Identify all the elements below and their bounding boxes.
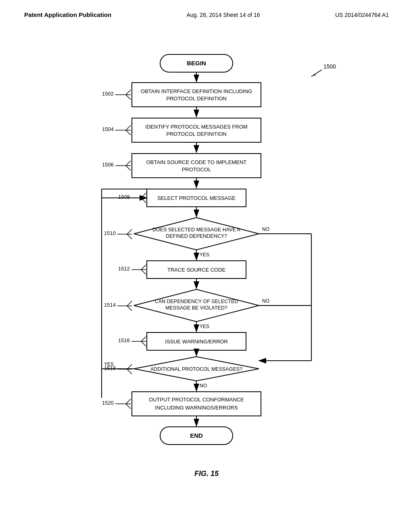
step-1506: 1506 <box>102 162 114 168</box>
node-1520 <box>132 392 261 416</box>
diagram-container: 1500 ↙ BEGIN OBTAIN INTERFACE DEFINITION… <box>0 22 413 490</box>
step-1514: 1514 <box>104 302 116 308</box>
step-1516: 1516 <box>118 337 130 343</box>
node-1504-line2: PROTOCOL DEFINITION <box>166 131 227 137</box>
node-1506-line1: OBTAIN SOURCE CODE TO IMPLEMENT <box>146 159 247 165</box>
node-1510-line2: DEFINED DEPENDENCY? <box>166 233 227 239</box>
page-header: Patent Application Publication Aug. 28, … <box>0 0 413 22</box>
node-1504-line1: IDENTIFY PROTOCOL MESSAGES FROM <box>145 124 247 130</box>
node-1520-line1: OUTPUT PROTOCOL CONFORMANCE <box>149 397 244 403</box>
step-1512: 1512 <box>118 266 130 272</box>
node-1506 <box>132 154 261 178</box>
yes-label-1510: YES <box>200 252 209 258</box>
ref-1500-label: 1500 <box>323 63 336 70</box>
step-1508: 1508 <box>118 194 130 200</box>
node-1502-line2: PROTOCOL DEFINITION <box>166 96 227 102</box>
node-1502 <box>132 83 261 107</box>
node-1514-line1: CAN DEPENDENCY OF SELECTED <box>155 299 238 304</box>
step-1504: 1504 <box>102 126 114 132</box>
node-1508-text: SELECT PROTOCOL MESSAGE <box>157 195 236 201</box>
no-label-1514: NO <box>262 298 269 304</box>
end-label: END <box>190 432 203 439</box>
step-1510: 1510 <box>104 230 116 236</box>
header-date-sheet: Aug. 28, 2014 Sheet 14 of 16 <box>186 12 260 18</box>
flowchart-svg: 1500 ↙ BEGIN OBTAIN INTERFACE DEFINITION… <box>33 30 380 466</box>
node-1512-text: TRACE SOURCE CODE <box>167 267 226 273</box>
node-1520-line2: INCLUDING WARNINGS/ERRORS <box>155 405 238 411</box>
no-label-1518: NO <box>200 383 207 389</box>
yes-label-1514: YES <box>200 324 209 329</box>
fig-label: FIG. 15 <box>194 470 219 478</box>
node-1506-line2: PROTOCOL <box>182 166 211 172</box>
step-1502: 1502 <box>102 91 114 97</box>
node-1514-line2: MESSAGE BE VIOLATED? <box>165 305 227 311</box>
step-1520: 1520 <box>102 400 114 406</box>
header-patent-number: US 2014/0244764 A1 <box>335 12 389 18</box>
node-1510-line1: DOES SELECTED MESSAGE HAVE A <box>152 227 241 233</box>
svg-text:↙: ↙ <box>313 71 317 77</box>
no-label-1510: NO <box>262 227 269 232</box>
header-publication-label: Patent Application Publication <box>24 11 111 18</box>
node-1504 <box>132 118 261 142</box>
node-1502-line1: OBTAIN INTERFACE DEFINITION INCLUDING <box>141 88 252 94</box>
begin-label: BEGIN <box>187 60 206 66</box>
node-1518-text: ADDITIONAL PROTOCOL MESSAGES? <box>150 366 242 372</box>
node-1516-text: ISSUE WARNING/ERROR <box>165 339 228 345</box>
yes-label-1518: YES <box>104 362 114 367</box>
